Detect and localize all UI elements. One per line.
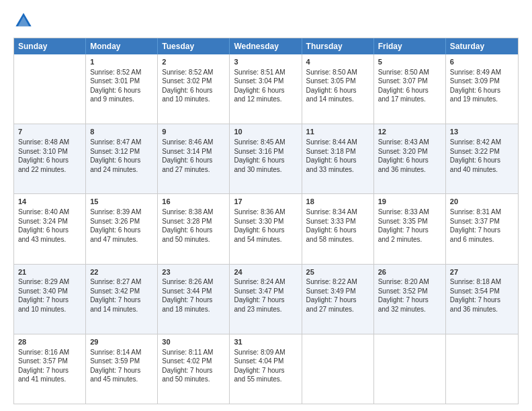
daylight-text-2: and 19 minutes. xyxy=(450,95,514,104)
daylight-text-2: and 36 minutes. xyxy=(450,305,514,314)
sunset-text: Sunset: 3:59 PM xyxy=(90,357,153,366)
daylight-text: Daylight: 6 hours xyxy=(378,86,441,95)
calendar-cell: 12Sunrise: 8:43 AMSunset: 3:20 PMDayligh… xyxy=(374,124,446,193)
calendar-cell: 23Sunrise: 8:26 AMSunset: 3:44 PMDayligh… xyxy=(158,265,230,334)
sunset-text: Sunset: 3:14 PM xyxy=(162,147,225,156)
day-number: 5 xyxy=(378,57,441,67)
sunrise-text: Sunrise: 8:43 AM xyxy=(378,138,441,147)
daylight-text-2: and 45 minutes. xyxy=(90,375,153,384)
sunrise-text: Sunrise: 8:27 AM xyxy=(90,277,153,287)
daylight-text-2: and 27 minutes. xyxy=(306,305,369,314)
calendar-cell: 19Sunrise: 8:33 AMSunset: 3:35 PMDayligh… xyxy=(374,194,446,263)
daylight-text: Daylight: 6 hours xyxy=(18,226,81,235)
sunset-text: Sunset: 3:07 PM xyxy=(378,77,441,86)
daylight-text: Daylight: 6 hours xyxy=(450,156,514,165)
sunset-text: Sunset: 3:42 PM xyxy=(90,287,153,296)
sunset-text: Sunset: 4:04 PM xyxy=(234,357,297,366)
calendar-cell: 7Sunrise: 8:48 AMSunset: 3:10 PMDaylight… xyxy=(14,124,86,193)
calendar-cell: 4Sunrise: 8:50 AMSunset: 3:05 PMDaylight… xyxy=(302,54,374,124)
sunrise-text: Sunrise: 8:11 AM xyxy=(162,348,225,357)
daylight-text: Daylight: 6 hours xyxy=(450,86,514,95)
sunset-text: Sunset: 3:20 PM xyxy=(378,147,441,156)
calendar-cell: 1Sunrise: 8:52 AMSunset: 3:01 PMDaylight… xyxy=(86,54,158,124)
daylight-text: Daylight: 6 hours xyxy=(162,156,225,165)
daylight-text-2: and 2 minutes. xyxy=(378,235,441,244)
sunrise-text: Sunrise: 8:09 AM xyxy=(234,348,297,357)
sunset-text: Sunset: 3:54 PM xyxy=(450,287,514,296)
calendar-cell: 14Sunrise: 8:40 AMSunset: 3:24 PMDayligh… xyxy=(14,194,86,263)
daylight-text: Daylight: 6 hours xyxy=(306,226,369,235)
sunset-text: Sunset: 3:18 PM xyxy=(306,147,369,156)
daylight-text: Daylight: 6 hours xyxy=(90,226,153,235)
daylight-text: Daylight: 7 hours xyxy=(18,366,81,375)
calendar-cell: 18Sunrise: 8:34 AMSunset: 3:33 PMDayligh… xyxy=(302,194,374,263)
daylight-text-2: and 41 minutes. xyxy=(18,375,81,384)
calendar-row-2: 7Sunrise: 8:48 AMSunset: 3:10 PMDaylight… xyxy=(14,124,518,194)
calendar-cell: 13Sunrise: 8:42 AMSunset: 3:22 PMDayligh… xyxy=(446,124,518,193)
daylight-text: Daylight: 7 hours xyxy=(90,366,153,375)
day-number: 8 xyxy=(90,127,153,137)
day-number: 14 xyxy=(18,197,81,207)
calendar-cell: 17Sunrise: 8:36 AMSunset: 3:30 PMDayligh… xyxy=(230,194,302,263)
calendar-cell: 15Sunrise: 8:39 AMSunset: 3:26 PMDayligh… xyxy=(86,194,158,263)
sunset-text: Sunset: 3:12 PM xyxy=(90,147,153,156)
sunset-text: Sunset: 3:10 PM xyxy=(18,147,81,156)
calendar-cell: 21Sunrise: 8:29 AMSunset: 3:40 PMDayligh… xyxy=(14,265,86,334)
daylight-text-2: and 43 minutes. xyxy=(18,235,81,244)
day-number: 3 xyxy=(234,57,297,67)
sunset-text: Sunset: 3:57 PM xyxy=(18,357,81,366)
header-day-sunday: Sunday xyxy=(14,38,86,54)
daylight-text: Daylight: 6 hours xyxy=(90,156,153,165)
calendar-cell: 26Sunrise: 8:20 AMSunset: 3:52 PMDayligh… xyxy=(374,265,446,334)
daylight-text: Daylight: 6 hours xyxy=(306,86,369,95)
calendar-cell: 16Sunrise: 8:38 AMSunset: 3:28 PMDayligh… xyxy=(158,194,230,263)
calendar: SundayMondayTuesdayWednesdayThursdayFrid… xyxy=(13,38,519,404)
day-number: 22 xyxy=(90,267,153,277)
daylight-text: Daylight: 7 hours xyxy=(234,366,297,375)
daylight-text: Daylight: 6 hours xyxy=(378,156,441,165)
day-number: 17 xyxy=(234,197,297,207)
calendar-cell: 24Sunrise: 8:24 AMSunset: 3:47 PMDayligh… xyxy=(230,265,302,334)
calendar-header: SundayMondayTuesdayWednesdayThursdayFrid… xyxy=(14,38,518,54)
daylight-text: Daylight: 6 hours xyxy=(234,156,297,165)
daylight-text-2: and 47 minutes. xyxy=(90,235,153,244)
sunset-text: Sunset: 3:09 PM xyxy=(450,77,514,86)
daylight-text-2: and 23 minutes. xyxy=(234,305,297,314)
sunrise-text: Sunrise: 8:49 AM xyxy=(450,68,514,77)
header-day-friday: Friday xyxy=(374,38,446,54)
calendar-cell: 10Sunrise: 8:45 AMSunset: 3:16 PMDayligh… xyxy=(230,124,302,193)
sunrise-text: Sunrise: 8:45 AM xyxy=(234,138,297,147)
header xyxy=(13,11,519,31)
sunrise-text: Sunrise: 8:46 AM xyxy=(162,138,225,147)
daylight-text: Daylight: 7 hours xyxy=(90,295,153,305)
day-number: 9 xyxy=(162,127,225,137)
sunset-text: Sunset: 3:28 PM xyxy=(162,217,225,226)
sunrise-text: Sunrise: 8:24 AM xyxy=(234,277,297,287)
header-day-wednesday: Wednesday xyxy=(230,38,302,54)
header-day-tuesday: Tuesday xyxy=(158,38,230,54)
calendar-cell xyxy=(302,334,374,404)
daylight-text-2: and 18 minutes. xyxy=(162,305,225,314)
daylight-text-2: and 17 minutes. xyxy=(378,95,441,104)
sunset-text: Sunset: 3:33 PM xyxy=(306,217,369,226)
sunrise-text: Sunrise: 8:33 AM xyxy=(378,208,441,217)
sunrise-text: Sunrise: 8:29 AM xyxy=(18,277,81,287)
sunset-text: Sunset: 3:05 PM xyxy=(306,77,369,86)
sunrise-text: Sunrise: 8:52 AM xyxy=(162,68,225,77)
daylight-text: Daylight: 7 hours xyxy=(378,226,441,235)
daylight-text: Daylight: 7 hours xyxy=(306,295,369,305)
day-number: 31 xyxy=(234,337,297,347)
sunrise-text: Sunrise: 8:22 AM xyxy=(306,277,369,287)
daylight-text: Daylight: 7 hours xyxy=(378,295,441,305)
sunrise-text: Sunrise: 8:52 AM xyxy=(90,68,153,77)
calendar-cell: 25Sunrise: 8:22 AMSunset: 3:49 PMDayligh… xyxy=(302,265,374,334)
day-number: 7 xyxy=(18,127,81,137)
sunset-text: Sunset: 3:01 PM xyxy=(90,77,153,86)
daylight-text: Daylight: 6 hours xyxy=(234,226,297,235)
sunrise-text: Sunrise: 8:40 AM xyxy=(18,208,81,217)
daylight-text-2: and 33 minutes. xyxy=(306,165,369,175)
header-day-thursday: Thursday xyxy=(302,38,374,54)
daylight-text-2: and 50 minutes. xyxy=(162,375,225,384)
calendar-cell: 29Sunrise: 8:14 AMSunset: 3:59 PMDayligh… xyxy=(86,334,158,404)
calendar-row-4: 21Sunrise: 8:29 AMSunset: 3:40 PMDayligh… xyxy=(14,265,518,334)
